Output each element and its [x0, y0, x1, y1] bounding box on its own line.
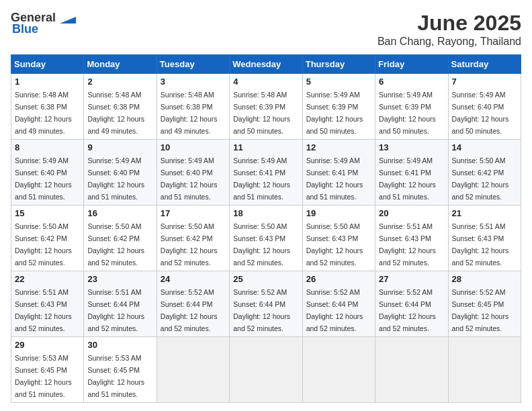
day-number: 20: [379, 208, 444, 218]
day-detail: Sunrise: 5:52 AMSunset: 6:45 PMDaylight:…: [452, 288, 509, 332]
day-detail: Sunrise: 5:49 AMSunset: 6:40 PMDaylight:…: [161, 156, 218, 201]
day-detail: Sunrise: 5:50 AMSunset: 6:43 PMDaylight:…: [306, 222, 363, 267]
day-detail: Sunrise: 5:49 AMSunset: 6:41 PMDaylight:…: [306, 156, 363, 201]
calendar-cell: 25 Sunrise: 5:52 AMSunset: 6:44 PMDaylig…: [230, 271, 302, 337]
day-number: 10: [161, 142, 226, 152]
day-detail: Sunrise: 5:51 AMSunset: 6:43 PMDaylight:…: [379, 222, 436, 267]
day-number: 5: [306, 77, 371, 87]
calendar-cell: 29 Sunrise: 5:53 AMSunset: 6:45 PMDaylig…: [11, 337, 84, 403]
calendar-cell: 21 Sunrise: 5:51 AMSunset: 6:43 PMDaylig…: [448, 205, 521, 271]
weekday-header-wednesday: Wednesday: [230, 55, 302, 74]
day-detail: Sunrise: 5:49 AMSunset: 6:40 PMDaylight:…: [87, 156, 144, 201]
calendar-cell: 26 Sunrise: 5:52 AMSunset: 6:44 PMDaylig…: [302, 271, 375, 337]
calendar-cell: 7 Sunrise: 5:49 AMSunset: 6:40 PMDayligh…: [448, 74, 521, 140]
calendar-week-5: 29 Sunrise: 5:53 AMSunset: 6:45 PMDaylig…: [11, 337, 521, 403]
calendar-cell: 28 Sunrise: 5:52 AMSunset: 6:45 PMDaylig…: [448, 271, 521, 337]
day-number: 22: [15, 274, 80, 284]
day-number: 14: [452, 142, 517, 152]
day-number: 27: [379, 274, 444, 284]
day-number: 16: [87, 208, 152, 218]
title-area: June 2025 Ban Chang, Rayong, Thailand: [378, 11, 521, 48]
calendar-week-2: 8 Sunrise: 5:49 AMSunset: 6:40 PMDayligh…: [11, 140, 521, 205]
day-number: 26: [306, 274, 371, 284]
day-number: 4: [233, 77, 298, 87]
calendar-week-3: 15 Sunrise: 5:50 AMSunset: 6:42 PMDaylig…: [11, 205, 521, 271]
day-number: 30: [87, 340, 152, 350]
calendar-cell: 18 Sunrise: 5:50 AMSunset: 6:43 PMDaylig…: [230, 205, 302, 271]
day-detail: Sunrise: 5:50 AMSunset: 6:42 PMDaylight:…: [452, 156, 509, 201]
svg-marker-0: [60, 17, 76, 24]
day-detail: Sunrise: 5:49 AMSunset: 6:41 PMDaylight:…: [233, 156, 290, 201]
calendar-cell: 24 Sunrise: 5:52 AMSunset: 6:44 PMDaylig…: [157, 271, 229, 337]
day-number: 13: [379, 142, 444, 152]
day-detail: Sunrise: 5:49 AMSunset: 6:40 PMDaylight:…: [452, 91, 509, 135]
calendar-cell: 1 Sunrise: 5:48 AMSunset: 6:38 PMDayligh…: [11, 74, 84, 140]
day-detail: Sunrise: 5:53 AMSunset: 6:45 PMDaylight:…: [87, 354, 144, 398]
day-number: 9: [87, 142, 152, 152]
calendar-cell: 14 Sunrise: 5:50 AMSunset: 6:42 PMDaylig…: [448, 140, 521, 205]
day-detail: Sunrise: 5:51 AMSunset: 6:43 PMDaylight:…: [452, 222, 509, 267]
weekday-header-saturday: Saturday: [448, 55, 521, 74]
calendar-cell: 4 Sunrise: 5:48 AMSunset: 6:39 PMDayligh…: [230, 74, 302, 140]
day-number: 8: [15, 142, 80, 152]
day-detail: Sunrise: 5:52 AMSunset: 6:44 PMDaylight:…: [161, 288, 218, 332]
day-detail: Sunrise: 5:50 AMSunset: 6:42 PMDaylight:…: [15, 222, 72, 267]
calendar-cell: 11 Sunrise: 5:49 AMSunset: 6:41 PMDaylig…: [230, 140, 302, 205]
calendar-cell: [375, 337, 448, 403]
day-detail: Sunrise: 5:49 AMSunset: 6:40 PMDaylight:…: [15, 156, 72, 201]
weekday-header-sunday: Sunday: [11, 55, 84, 74]
day-number: 7: [452, 77, 517, 87]
calendar-cell: 9 Sunrise: 5:49 AMSunset: 6:40 PMDayligh…: [84, 140, 157, 205]
day-number: 12: [306, 142, 371, 152]
day-detail: Sunrise: 5:49 AMSunset: 6:39 PMDaylight:…: [379, 91, 436, 135]
day-detail: Sunrise: 5:51 AMSunset: 6:44 PMDaylight:…: [87, 288, 144, 332]
logo-text-blue: Blue: [12, 22, 38, 36]
calendar-cell: 27 Sunrise: 5:52 AMSunset: 6:44 PMDaylig…: [375, 271, 448, 337]
day-number: 25: [233, 274, 298, 284]
calendar-cell: [302, 337, 375, 403]
day-detail: Sunrise: 5:50 AMSunset: 6:43 PMDaylight:…: [233, 222, 290, 267]
weekday-header-thursday: Thursday: [302, 55, 375, 74]
day-number: 6: [379, 77, 444, 87]
calendar-cell: [230, 337, 302, 403]
day-detail: Sunrise: 5:52 AMSunset: 6:44 PMDaylight:…: [379, 288, 436, 332]
header: General Blue June 2025 Ban Chang, Rayong…: [11, 11, 521, 48]
location-title: Ban Chang, Rayong, Thailand: [378, 36, 521, 48]
calendar-cell: [448, 337, 521, 403]
day-number: 3: [161, 77, 226, 87]
weekday-header-tuesday: Tuesday: [157, 55, 229, 74]
day-number: 28: [452, 274, 517, 284]
day-detail: Sunrise: 5:52 AMSunset: 6:44 PMDaylight:…: [233, 288, 290, 332]
day-number: 18: [233, 208, 298, 218]
day-detail: Sunrise: 5:48 AMSunset: 6:39 PMDaylight:…: [233, 91, 290, 135]
calendar-cell: 22 Sunrise: 5:51 AMSunset: 6:43 PMDaylig…: [11, 271, 84, 337]
day-number: 2: [87, 77, 152, 87]
logo: General Blue: [11, 11, 77, 36]
day-number: 24: [161, 274, 226, 284]
calendar-cell: 8 Sunrise: 5:49 AMSunset: 6:40 PMDayligh…: [11, 140, 84, 205]
calendar-cell: 12 Sunrise: 5:49 AMSunset: 6:41 PMDaylig…: [302, 140, 375, 205]
day-number: 29: [15, 340, 80, 350]
calendar-cell: 3 Sunrise: 5:48 AMSunset: 6:38 PMDayligh…: [157, 74, 229, 140]
logo-icon: [57, 11, 76, 25]
calendar-cell: 23 Sunrise: 5:51 AMSunset: 6:44 PMDaylig…: [84, 271, 157, 337]
day-number: 15: [15, 208, 80, 218]
day-detail: Sunrise: 5:49 AMSunset: 6:39 PMDaylight:…: [306, 91, 363, 135]
calendar-cell: 17 Sunrise: 5:50 AMSunset: 6:42 PMDaylig…: [157, 205, 229, 271]
day-detail: Sunrise: 5:50 AMSunset: 6:42 PMDaylight:…: [87, 222, 144, 267]
calendar-cell: 5 Sunrise: 5:49 AMSunset: 6:39 PMDayligh…: [302, 74, 375, 140]
calendar-cell: 15 Sunrise: 5:50 AMSunset: 6:42 PMDaylig…: [11, 205, 84, 271]
calendar: SundayMondayTuesdayWednesdayThursdayFrid…: [11, 54, 521, 403]
weekday-header-row: SundayMondayTuesdayWednesdayThursdayFrid…: [11, 55, 521, 74]
calendar-week-4: 22 Sunrise: 5:51 AMSunset: 6:43 PMDaylig…: [11, 271, 521, 337]
day-detail: Sunrise: 5:49 AMSunset: 6:41 PMDaylight:…: [379, 156, 436, 201]
day-number: 1: [15, 77, 80, 87]
day-detail: Sunrise: 5:53 AMSunset: 6:45 PMDaylight:…: [15, 354, 72, 398]
calendar-cell: 30 Sunrise: 5:53 AMSunset: 6:45 PMDaylig…: [84, 337, 157, 403]
calendar-cell: 6 Sunrise: 5:49 AMSunset: 6:39 PMDayligh…: [375, 74, 448, 140]
day-number: 23: [87, 274, 152, 284]
calendar-cell: 10 Sunrise: 5:49 AMSunset: 6:40 PMDaylig…: [157, 140, 229, 205]
day-detail: Sunrise: 5:48 AMSunset: 6:38 PMDaylight:…: [15, 91, 72, 135]
day-detail: Sunrise: 5:51 AMSunset: 6:43 PMDaylight:…: [15, 288, 72, 332]
calendar-cell: 16 Sunrise: 5:50 AMSunset: 6:42 PMDaylig…: [84, 205, 157, 271]
